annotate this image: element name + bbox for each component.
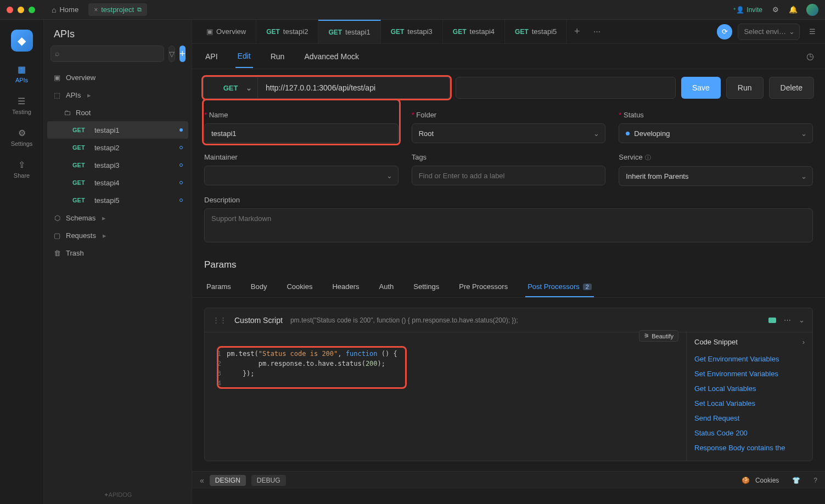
user-avatar[interactable] — [806, 4, 818, 16]
shirt-icon[interactable]: 👕 — [792, 477, 800, 484]
ptab-settings[interactable]: Settings — [411, 277, 441, 297]
description-textarea[interactable] — [204, 208, 813, 242]
testing-icon: ☰ — [16, 95, 27, 106]
new-tab-button[interactable]: + — [567, 20, 587, 43]
ptab-cookies[interactable]: Cookies — [284, 277, 315, 297]
info-icon[interactable]: ⓘ — [645, 154, 651, 161]
close-icon[interactable]: × — [94, 6, 98, 14]
close-window[interactable] — [7, 7, 13, 13]
tree-overview[interactable]: ▣ Overview — [47, 69, 188, 86]
mode-debug[interactable]: DEBUG — [251, 475, 286, 486]
tab-api[interactable]: GET testapi4 — [443, 20, 505, 43]
tabs-overflow-button[interactable]: ⋯ — [587, 20, 607, 43]
url-input[interactable] — [258, 77, 450, 99]
collapse-icon[interactable]: « — [200, 476, 204, 485]
tree-api-item[interactable]: GET testapi1 — [47, 121, 188, 139]
tab-api[interactable]: GET testapi1 — [318, 20, 380, 43]
panel-toggle-button[interactable]: ☰ — [804, 24, 821, 40]
app-logo[interactable]: ◆ — [11, 30, 33, 52]
tab-api[interactable]: GET testapi3 — [381, 20, 443, 43]
field-name: * Name — [204, 111, 399, 143]
ptab-post[interactable]: Post Processors2 — [525, 277, 594, 297]
external-link-icon[interactable]: ⧉ — [137, 6, 142, 13]
tree-api-item[interactable]: GET testapi4 — [47, 174, 188, 191]
params-heading: Params — [192, 254, 825, 273]
snippet-link[interactable]: Get Environment Variables — [694, 352, 805, 366]
subtab-api[interactable]: API — [203, 46, 220, 67]
home-button[interactable]: ⌂ Home — [46, 3, 84, 16]
tab-overview[interactable]: ▣ Overview — [197, 20, 256, 43]
invite-button[interactable]: ⁺👤 Invite — [733, 6, 762, 14]
tree-api-item[interactable]: GET testapi3 — [47, 156, 188, 174]
ptab-headers[interactable]: Headers — [330, 277, 361, 297]
delete-button[interactable]: Delete — [769, 77, 814, 99]
line-number: 2 — [205, 359, 227, 369]
snippet-link[interactable]: Response Body contains the — [694, 440, 805, 455]
history-icon[interactable]: ◷ — [806, 51, 814, 61]
rail-item-testing[interactable]: ☰ Testing — [12, 95, 31, 115]
run-button[interactable]: Run — [726, 77, 764, 99]
tree-label: APIs — [66, 91, 81, 99]
sidebar-search-row: ▽ + — [44, 46, 192, 69]
tree-requests[interactable]: ▢ Requests ▸ — [47, 226, 188, 244]
folder-select[interactable]: Root — [412, 123, 606, 143]
maintainer-select[interactable] — [204, 166, 399, 185]
ptab-params[interactable]: Params — [204, 277, 233, 297]
minimize-window[interactable] — [18, 7, 24, 13]
maximize-window[interactable] — [29, 7, 35, 13]
tree-api-item[interactable]: GET testapi5 — [47, 191, 188, 209]
search-input[interactable] — [50, 46, 164, 62]
subtab-edit[interactable]: Edit — [235, 45, 253, 68]
mode-design[interactable]: DESIGN — [210, 475, 246, 486]
project-tab[interactable]: × testproject ⧉ — [88, 3, 147, 16]
script-title: Custom Script — [234, 316, 283, 325]
field-status: * Status Developing — [619, 111, 813, 143]
chevron-right-icon[interactable]: › — [802, 338, 805, 346]
tab-api[interactable]: GET testapi2 — [256, 20, 318, 43]
beautify-button[interactable]: ⚞Beautify — [639, 330, 678, 342]
settings-gear-icon[interactable]: ⚙ — [771, 5, 780, 14]
tree-api-item[interactable]: GET testapi2 — [47, 139, 188, 156]
cookies-button[interactable]: Cookies — [755, 477, 779, 484]
snippet-link[interactable]: Status Code 200 — [694, 426, 805, 440]
filter-button[interactable]: ▽ — [169, 46, 175, 62]
rail-label: Share — [14, 172, 30, 179]
rail-item-share[interactable]: ⇪ Share — [14, 159, 30, 179]
more-options-icon[interactable]: ⋯ — [784, 316, 791, 324]
subtab-mock[interactable]: Advanced Mock — [302, 46, 361, 67]
tree-schemas[interactable]: ⬡ Schemas ▸ — [47, 209, 188, 226]
script-enabled-toggle[interactable] — [768, 318, 776, 323]
rail-item-apis[interactable]: ▦ APIs — [15, 64, 28, 83]
ptab-pre[interactable]: Pre Processors — [457, 277, 510, 297]
rail-item-settings[interactable]: ⚙ Settings — [11, 127, 33, 147]
tree-root-folder[interactable]: 🗀 Root — [47, 104, 188, 121]
service-select[interactable]: Inherit from Parents — [619, 166, 813, 186]
tab-api[interactable]: GET testapi5 — [505, 20, 567, 43]
chevron-down-icon[interactable]: ⌄ — [799, 316, 805, 324]
snippet-link[interactable]: Get Local Variables — [694, 381, 805, 396]
drag-handle-icon[interactable]: ⋮⋮ — [212, 316, 227, 324]
snippet-link[interactable]: Set Environment Variables — [694, 366, 805, 381]
name-input[interactable] — [204, 123, 399, 143]
help-icon[interactable]: ? — [813, 477, 817, 484]
sync-button[interactable]: ⟳ — [717, 24, 732, 39]
notification-bell-icon[interactable]: 🔔 — [789, 5, 798, 14]
sliders-icon: ⚙ — [16, 127, 27, 138]
tree-apis-group[interactable]: ⬚ APIs ▸ — [47, 86, 188, 104]
tree-label: Overview — [66, 73, 96, 82]
snippet-link[interactable]: Set Local Variables — [694, 396, 805, 411]
add-button[interactable]: + — [179, 46, 186, 62]
save-button[interactable]: Save — [681, 77, 721, 99]
snippet-link[interactable]: Send Request — [694, 411, 805, 426]
method-badge: GET — [72, 144, 90, 151]
code-editor[interactable]: ⚞Beautify 1pm.test("Status code is 200",… — [205, 332, 686, 461]
environment-select[interactable]: Select envi… — [738, 24, 800, 40]
status-select[interactable]: Developing — [619, 123, 813, 143]
tree-trash[interactable]: 🗑 Trash — [47, 244, 188, 262]
subtab-run[interactable]: Run — [268, 46, 287, 67]
ptab-body[interactable]: Body — [249, 277, 270, 297]
url-input-extension[interactable] — [456, 77, 676, 99]
tags-input[interactable] — [412, 166, 606, 185]
ptab-auth[interactable]: Auth — [377, 277, 396, 297]
method-select[interactable]: GET — [203, 77, 258, 99]
